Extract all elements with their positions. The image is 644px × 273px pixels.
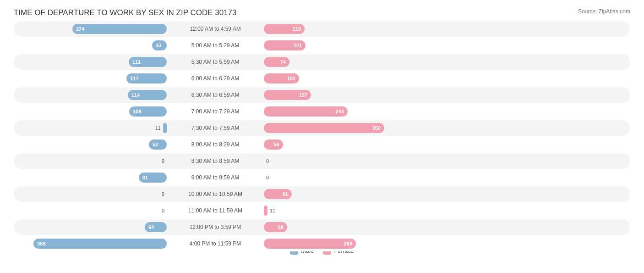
female-bar-value: 56 [274, 142, 279, 147]
female-bar: 268 [264, 239, 356, 249]
time-label: 5:00 AM to 5:29 AM [169, 42, 261, 49]
male-section: 117 [14, 73, 169, 84]
female-bar: 137 [264, 90, 311, 100]
time-label: 6:00 AM to 6:29 AM [169, 75, 261, 82]
male-bar: 117 [126, 73, 167, 84]
male-bar-value: 64 [148, 224, 154, 230]
chart-area: 27412:00 AM to 4:59 AM119435:00 AM to 5:… [14, 21, 630, 235]
male-section: 81 [14, 173, 169, 183]
female-bar-value: 74 [280, 59, 286, 65]
chart-row: 819:00 AM to 9:59 AM0 [14, 170, 630, 185]
male-section: 52 [14, 139, 169, 150]
male-bar: 64 [145, 222, 167, 232]
female-bar-value: 121 [294, 43, 302, 48]
male-bar: 109 [129, 106, 167, 117]
chart-row: 6412:00 PM to 3:59 PM68 [14, 219, 630, 235]
female-section: 121 [261, 40, 630, 50]
male-bar-value: 43 [156, 43, 161, 48]
chart-container: TIME OF DEPARTURE TO WORK BY SEX IN ZIP … [0, 0, 644, 273]
female-bar-value: 350 [372, 125, 381, 131]
female-section: 244 [261, 106, 630, 117]
time-label: 6:30 AM to 6:59 AM [169, 92, 261, 98]
time-label: 9:00 AM to 9:59 AM [169, 174, 261, 181]
male-outside-value: 11 [155, 125, 161, 131]
female-section: 137 [261, 90, 630, 100]
female-bar-value: 102 [287, 76, 295, 81]
male-bar: 111 [129, 57, 167, 67]
time-label: 11:00 AM to 11:59 AM [169, 207, 261, 214]
chart-row: 011:00 AM to 11:59 AM11 [14, 203, 630, 218]
female-bar: 56 [264, 139, 283, 150]
female-outside-value: 11 [270, 208, 275, 213]
time-label: 7:30 AM to 7:59 AM [169, 125, 261, 131]
chart-title: TIME OF DEPARTURE TO WORK BY SEX IN ZIP … [14, 8, 630, 17]
chart-row: 010:00 AM to 10:59 AM81 [14, 186, 630, 202]
chart-row: 435:00 AM to 5:29 AM121 [14, 38, 630, 53]
male-zero-value: 0 [162, 191, 164, 197]
time-label: 10:00 AM to 10:59 AM [169, 191, 261, 197]
time-label: 4:00 PM to 11:59 PM [169, 240, 261, 247]
female-section: 81 [261, 189, 630, 199]
female-bar-value: 137 [299, 92, 307, 98]
chart-row: 1176:00 AM to 6:29 AM102 [14, 71, 630, 86]
time-label: 12:00 PM to 3:59 PM [169, 224, 261, 230]
female-bar-value: 68 [278, 224, 284, 230]
male-section: 388 [14, 239, 169, 249]
female-bar: 244 [264, 106, 348, 117]
time-label: 8:00 AM to 8:29 AM [169, 141, 261, 148]
male-bar-value: 111 [132, 59, 141, 65]
male-bar-value: 52 [153, 142, 158, 147]
female-section: 119 [261, 24, 630, 34]
female-section: 0 [261, 158, 630, 164]
chart-row: 528:00 AM to 8:29 AM56 [14, 137, 630, 152]
male-bar-value: 274 [76, 26, 84, 32]
male-section: 274 [14, 24, 169, 34]
source-text: Source: ZipAtlas.com [578, 8, 630, 15]
male-bar-value: 114 [131, 92, 140, 98]
male-bar [163, 123, 167, 133]
time-label: 12:00 AM to 4:59 AM [169, 26, 261, 32]
male-bar: 274 [72, 24, 167, 34]
female-section: 74 [261, 57, 630, 67]
chart-row: 3884:00 PM to 11:59 PM268 [14, 236, 630, 251]
female-section: 11 [261, 206, 630, 216]
time-label: 7:00 AM to 7:29 AM [169, 108, 261, 115]
female-bar-value: 81 [283, 191, 288, 197]
female-bar: 121 [264, 40, 306, 50]
male-bar-value: 81 [142, 175, 148, 180]
female-bar: 119 [264, 24, 305, 34]
female-section: 350 [261, 123, 630, 133]
chart-row: 1115:30 AM to 5:59 AM74 [14, 54, 630, 70]
male-bar: 81 [139, 173, 167, 183]
time-label: 8:30 AM to 8:59 AM [169, 158, 261, 164]
female-bar: 74 [264, 57, 289, 67]
female-bar-value: 268 [344, 241, 352, 246]
female-section: 0 [261, 175, 630, 180]
male-bar: 114 [128, 90, 167, 100]
male-zero-value: 0 [162, 158, 164, 164]
male-section: 114 [14, 90, 169, 100]
chart-row: 27412:00 AM to 4:59 AM119 [14, 21, 630, 37]
female-bar: 81 [264, 189, 292, 199]
male-bar-value: 388 [37, 241, 45, 246]
female-bar: 68 [264, 222, 287, 232]
female-bar-value: 244 [336, 109, 344, 114]
female-bar: 102 [264, 73, 299, 84]
chart-row: 1146:30 AM to 6:59 AM137 [14, 87, 630, 103]
chart-row: 117:30 AM to 7:59 AM350 [14, 120, 630, 136]
male-bar-value: 109 [133, 109, 141, 114]
female-bar: 350 [264, 123, 384, 133]
male-bar-value: 117 [130, 76, 138, 81]
male-zero-value: 0 [162, 208, 164, 213]
female-section: 268 [261, 239, 630, 249]
chart-row: 08:30 AM to 8:59 AM0 [14, 153, 630, 169]
female-section: 68 [261, 222, 630, 232]
female-section: 102 [261, 73, 630, 84]
male-bar: 43 [152, 40, 167, 50]
male-section: 0 [14, 158, 169, 164]
female-zero-value: 0 [266, 175, 269, 180]
female-bar [264, 206, 267, 216]
male-bar: 52 [149, 139, 167, 150]
time-label: 5:30 AM to 5:59 AM [169, 59, 261, 65]
female-zero-value: 0 [266, 158, 269, 164]
